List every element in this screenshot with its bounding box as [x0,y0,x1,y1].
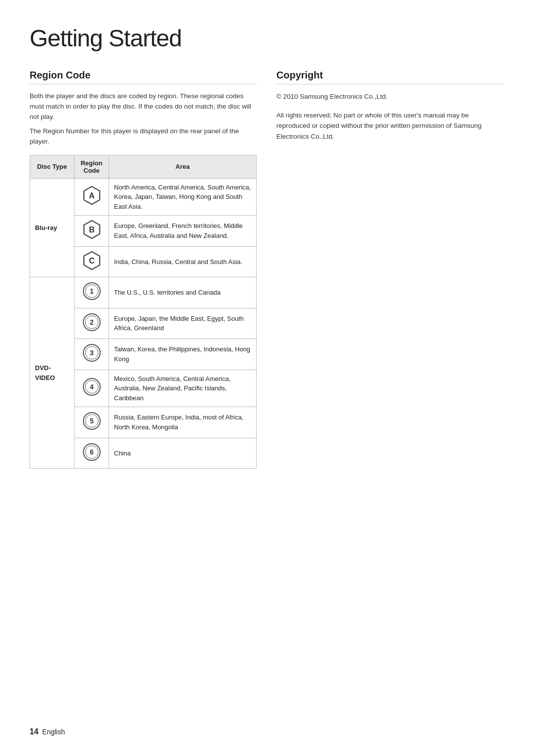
area-text: North America, Central America, South Am… [109,178,257,216]
svg-text:C: C [89,257,95,265]
svg-text:A: A [89,191,95,200]
region-icon-5: 5 [75,407,109,438]
page-title: Getting Started [30,25,503,52]
area-text: Mexico, South America, Central America, … [109,370,257,407]
copyright-line2: All rights reserved; No part or whole of… [276,110,503,142]
page-language-label: English [42,728,65,736]
area-text: China [109,438,257,469]
region-code-para1: Both the player and the discs are coded … [30,91,257,122]
region-code-section: Region Code Both the player and the disc… [30,70,257,469]
region-icon-3: 3 [75,339,109,370]
svg-text:1: 1 [90,287,94,295]
copyright-section: Copyright © 2010 Samsung Electronics Co.… [276,70,503,469]
svg-text:6: 6 [90,448,94,456]
disc-type-bluray: Blu-ray [30,178,75,277]
svg-text:5: 5 [90,417,94,425]
col-header-area: Area [109,155,257,178]
area-text: Russia, Eastern Europe, India, most of A… [109,407,257,438]
section-divider [30,84,257,84]
col-header-region-code: RegionCode [75,155,109,178]
svg-text:3: 3 [90,349,94,357]
copyright-title: Copyright [276,70,503,81]
svg-text:B: B [89,226,95,234]
svg-text:4: 4 [90,383,94,391]
region-icon-C: C [75,246,109,277]
region-code-table: Disc Type RegionCode Area Blu-ray A Nort… [30,155,257,469]
copyright-line1: © 2010 Samsung Electronics Co.,Ltd. [276,91,503,102]
page-footer: 14 English [30,727,65,736]
area-text: The U.S., U.S. territories and Canada [109,277,257,308]
svg-text:2: 2 [90,318,94,326]
table-row: Blu-ray A North America, Central America… [30,178,257,216]
region-code-para2: The Region Number for this player is dis… [30,126,257,147]
region-code-title: Region Code [30,70,257,81]
section-divider-copyright [276,84,503,84]
page-number: 14 [30,727,38,736]
region-icon-2: 2 [75,308,109,339]
region-icon-6: 6 [75,438,109,469]
region-icon-B: B [75,216,109,247]
area-text: Europe, Greenland, French territories, M… [109,216,257,247]
region-icon-A: A [75,178,109,216]
col-header-disc-type: Disc Type [30,155,75,178]
area-text: Europe, Japan, the Middle East, Egypt, S… [109,308,257,339]
area-text: Taiwan, Korea, the Philippines, Indonesi… [109,339,257,370]
region-icon-1: 1 [75,277,109,308]
area-text: India, China, Russia, Central and South … [109,246,257,277]
region-icon-4: 4 [75,370,109,407]
table-row: DVD-VIDEO 1 The U.S., U.S. territories a… [30,277,257,308]
disc-type-dvd: DVD-VIDEO [30,277,75,469]
